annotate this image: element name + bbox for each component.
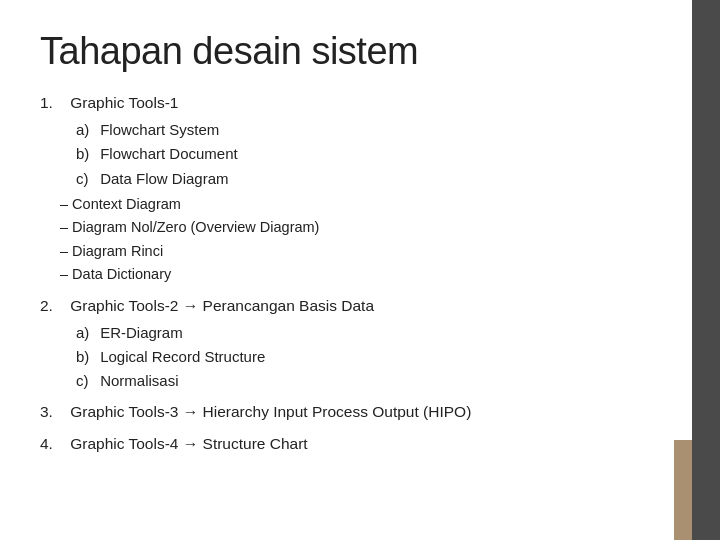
list-item: Diagram Rinci — [60, 240, 680, 262]
item-3-suffix: Hierarchy Input Process Output (HIPO) — [203, 403, 472, 420]
list-item: b) Flowchart Document — [76, 142, 680, 165]
main-item-3: 3. Graphic Tools-3 → Hierarchy Input Pro… — [40, 400, 680, 424]
slide: Tahapan desain sistem 1. Graphic Tools-1… — [0, 0, 720, 540]
item-4-label: 4. Graphic Tools-4 → Structure Chart — [40, 432, 680, 456]
item-2c-text: Normalisasi — [100, 372, 178, 389]
item-4-arrow: → — [183, 435, 203, 452]
item-2-suffix: Perancangan Basis Data — [203, 297, 374, 314]
item-4-number: 4. — [40, 435, 66, 452]
main-item-1: 1. Graphic Tools-1 a) Flowchart System b… — [40, 91, 680, 286]
item-3-text: Graphic Tools-3 — [70, 403, 178, 420]
item-3-number: 3. — [40, 403, 66, 420]
list-item: a) ER-Diagram — [76, 321, 680, 344]
item-3-arrow: → — [183, 403, 203, 420]
list-item: c) Normalisasi — [76, 369, 680, 392]
item-1-subabc: a) Flowchart System b) Flowchart Documen… — [40, 118, 680, 190]
letter-a: a) — [76, 321, 96, 344]
item-4-suffix: Structure Chart — [203, 435, 308, 452]
item-2a-text: ER-Diagram — [100, 324, 183, 341]
letter-b: b) — [76, 142, 96, 165]
item-2-arrow: → — [183, 297, 203, 314]
letter-a: a) — [76, 118, 96, 141]
slide-title: Tahapan desain sistem — [40, 30, 680, 73]
list-item: a) Flowchart System — [76, 118, 680, 141]
item-1c-text: Data Flow Diagram — [100, 170, 228, 187]
item-3-label: 3. Graphic Tools-3 → Hierarchy Input Pro… — [40, 400, 680, 424]
main-item-2: 2. Graphic Tools-2 → Perancangan Basis D… — [40, 294, 680, 393]
deco-bar-light — [674, 440, 692, 540]
deco-bar-dark — [692, 0, 720, 540]
main-item-4: 4. Graphic Tools-4 → Structure Chart — [40, 432, 680, 456]
letter-c: c) — [76, 369, 96, 392]
list-item: Data Dictionary — [60, 263, 680, 285]
item-1a-text: Flowchart System — [100, 121, 219, 138]
list-item: c) Data Flow Diagram — [76, 167, 680, 190]
slide-content: 1. Graphic Tools-1 a) Flowchart System b… — [40, 91, 680, 456]
list-item: b) Logical Record Structure — [76, 345, 680, 368]
list-item: Diagram Nol/Zero (Overview Diagram) — [60, 216, 680, 238]
item-2-label: 2. Graphic Tools-2 → Perancangan Basis D… — [40, 294, 680, 318]
item-2b-text: Logical Record Structure — [100, 348, 265, 365]
item-1-number: 1. — [40, 94, 66, 111]
item-2-text: Graphic Tools-2 — [70, 297, 178, 314]
item-1-text: Graphic Tools-1 — [70, 94, 178, 111]
list-item: Context Diagram — [60, 193, 680, 215]
item-1-subdashes: Context Diagram Diagram Nol/Zero (Overvi… — [40, 193, 680, 286]
letter-b: b) — [76, 345, 96, 368]
letter-c: c) — [76, 167, 96, 190]
item-2-number: 2. — [40, 297, 66, 314]
item-1-label: 1. Graphic Tools-1 — [40, 91, 680, 115]
item-1b-text: Flowchart Document — [100, 145, 238, 162]
item-4-text: Graphic Tools-4 — [70, 435, 178, 452]
item-2-subabc: a) ER-Diagram b) Logical Record Structur… — [40, 321, 680, 393]
